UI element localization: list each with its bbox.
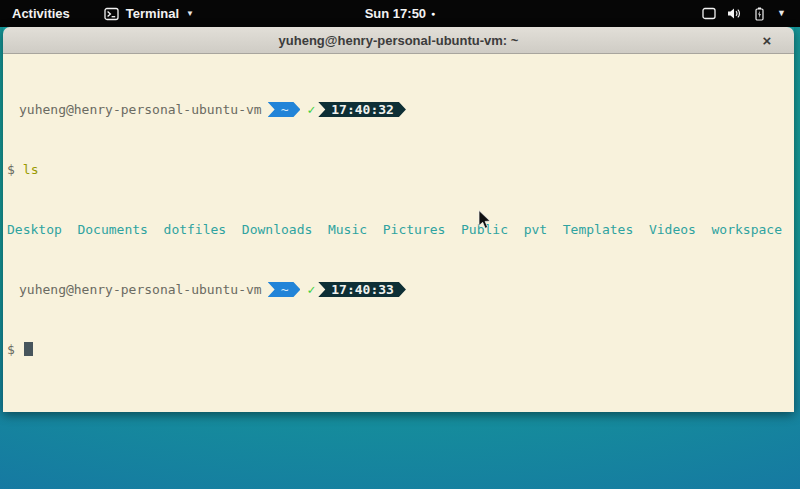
directory-name: Downloads [242,222,312,237]
prompt-user: yuheng@henry-personal-ubuntu-vm [19,282,262,297]
input-line: $ [7,342,794,357]
command-text: ls [23,162,39,177]
prompt-symbol: $ [7,342,15,357]
prompt-line: yuheng@henry-personal-ubuntu-vm~✓17:40:3… [7,282,794,297]
prompt-symbol: $ [7,162,15,177]
prompt-dir-segment: ~ [268,102,301,117]
ls-output: Desktop Documents dotfiles Downloads Mus… [7,222,794,237]
battery-charging-icon [753,7,766,21]
volume-icon [727,7,742,20]
clock-button[interactable]: Sun 17:50 ● [365,6,436,21]
terminal-icon [104,7,119,21]
system-status-menu[interactable]: ▼ [694,0,794,27]
desktop-background: Activities Terminal ▼ Sun 17:50 ● [0,0,800,489]
directory-name: Desktop [7,222,62,237]
status-check-icon: ✓ [307,282,315,297]
directory-name: dotfiles [164,222,227,237]
prompt-user: yuheng@henry-personal-ubuntu-vm [19,102,262,117]
notification-dot-icon: ● [431,10,435,17]
chevron-down-icon: ▼ [777,0,786,27]
activities-button[interactable]: Activities [0,0,82,27]
command-line: $ls [7,162,794,177]
directory-name: workspace [712,222,782,237]
status-check-icon: ✓ [307,102,315,117]
top-bar: Activities Terminal ▼ Sun 17:50 ● [0,0,800,27]
directory-name: Templates [563,222,633,237]
app-menu-terminal[interactable]: Terminal ▼ [104,0,194,27]
directory-name: Pictures [383,222,446,237]
display-icon [702,7,716,20]
window-title: yuheng@henry-personal-ubuntu-vm: ~ [279,33,519,48]
directory-name: Documents [77,222,147,237]
directory-name: Videos [649,222,696,237]
prompt-line: yuheng@henry-personal-ubuntu-vm~✓17:40:3… [7,102,794,117]
terminal-cursor [24,342,33,356]
prompt-dir-segment: ~ [268,282,301,297]
directory-name: Music [328,222,367,237]
chevron-down-icon: ▼ [186,0,194,27]
close-button[interactable]: × [756,27,778,54]
prompt-time-segment: 17:40:33 [318,282,406,297]
mouse-cursor-icon [478,210,492,234]
directory-name: pvt [524,222,547,237]
terminal-body[interactable]: yuheng@henry-personal-ubuntu-vm~✓17:40:3… [3,54,794,412]
prompt-time-segment: 17:40:32 [318,102,406,117]
terminal-window: yuheng@henry-personal-ubuntu-vm: ~ × yuh… [3,27,794,412]
window-titlebar[interactable]: yuheng@henry-personal-ubuntu-vm: ~ × [3,27,794,54]
app-menu-label: Terminal [126,6,179,21]
clock-label: Sun 17:50 [365,6,426,21]
